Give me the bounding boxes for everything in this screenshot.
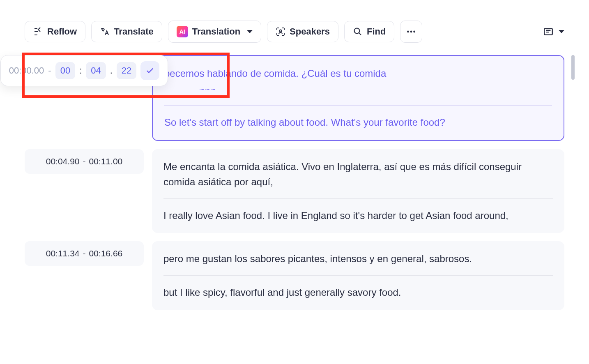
original-text: Me encanta la comida asiática. Vivo en I…: [163, 159, 553, 189]
translation-text: but I like spicy, flavorful and just gen…: [163, 285, 553, 300]
speakers-label: Speakers: [290, 26, 330, 37]
search-icon: [353, 27, 363, 37]
timestamp-editor: 00:00.00 - 00 : 04 . 22: [0, 55, 168, 86]
dash-separator: -: [83, 249, 86, 258]
timestamp-cell[interactable]: 00:11.34 - 00:16.66: [25, 241, 144, 266]
speakers-button[interactable]: Speakers: [267, 21, 338, 42]
timestamp-seconds-input[interactable]: 04: [86, 62, 106, 79]
reflow-label: Reflow: [47, 26, 77, 37]
find-label: Find: [367, 26, 386, 37]
svg-point-0: [280, 30, 282, 32]
translate-label: Translate: [114, 26, 154, 37]
translate-icon: [100, 27, 110, 37]
transcript-area: 00:00.00 - 00 : 04 . 22 pecemos ha: [25, 55, 564, 310]
view-toggle-button[interactable]: [543, 26, 564, 37]
svg-point-1: [354, 28, 359, 34]
transcript-cell[interactable]: pecemos hablando de comida. ¿Cuál es tu …: [152, 55, 564, 141]
segment-row: 00:11.34 - 00:16.66 pero me gustan los s…: [25, 241, 564, 310]
divider: [164, 105, 552, 106]
scrollbar-thumb[interactable]: [571, 55, 575, 80]
reflow-icon: [33, 27, 43, 37]
translation-text: I really love Asian food. I live in Engl…: [163, 208, 553, 223]
chevron-down-icon: [559, 30, 564, 33]
svg-point-2: [407, 31, 409, 33]
dash-separator: -: [83, 157, 86, 166]
reflow-button[interactable]: Reflow: [25, 21, 85, 42]
timestamp-centiseconds-input[interactable]: 22: [117, 62, 136, 79]
confirm-button[interactable]: [140, 61, 159, 80]
check-icon: [145, 66, 154, 75]
timestamp-end: 00:16.66: [89, 249, 123, 258]
translation-dropdown-button[interactable]: AI Translation: [168, 21, 261, 43]
segment-row: 00:04.90 - 00:11.00 Me encanta la comida…: [25, 149, 564, 233]
wave-indicator: ~~~: [199, 85, 216, 94]
chevron-down-icon: [247, 30, 253, 33]
original-text: pecemos hablando de comida. ¿Cuál es tu …: [164, 68, 386, 79]
segment-row: 00:00.00 - 00 : 04 . 22 pecemos ha: [25, 55, 564, 141]
timestamp-start: 00:11.34: [46, 249, 80, 258]
translate-button[interactable]: Translate: [91, 21, 162, 42]
svg-point-4: [414, 31, 416, 33]
timestamp-cell[interactable]: 00:04.90 - 00:11.00: [25, 149, 144, 174]
colon-separator: :: [79, 65, 82, 76]
ai-icon: AI: [177, 26, 188, 37]
svg-point-3: [410, 31, 412, 33]
divider: [163, 275, 553, 276]
timestamp-end: 00:11.00: [89, 157, 123, 166]
transcript-cell[interactable]: pero me gustan los sabores picantes, int…: [152, 241, 564, 310]
more-button[interactable]: [400, 21, 422, 43]
layout-icon: [543, 26, 554, 37]
timestamp-cell[interactable]: 00:00.00 - 00 : 04 . 22: [25, 55, 144, 86]
speakers-icon: [276, 27, 285, 37]
original-text: pero me gustan los sabores picantes, int…: [163, 251, 553, 266]
find-button[interactable]: Find: [344, 21, 394, 42]
timestamp-minutes-input[interactable]: 00: [55, 62, 75, 79]
translation-text: So let's start off by talking about food…: [164, 115, 552, 130]
toolbar: Reflow Translate AI Translation: [25, 21, 564, 43]
timestamp-start-value: 00:00.00: [9, 65, 44, 76]
more-icon: [406, 26, 416, 37]
divider: [163, 198, 553, 199]
dash-separator: -: [48, 65, 51, 76]
dot-separator: .: [110, 65, 113, 76]
transcript-cell[interactable]: Me encanta la comida asiática. Vivo en I…: [152, 149, 564, 233]
timestamp-start: 00:04.90: [46, 157, 80, 166]
translation-label: Translation: [192, 26, 240, 37]
